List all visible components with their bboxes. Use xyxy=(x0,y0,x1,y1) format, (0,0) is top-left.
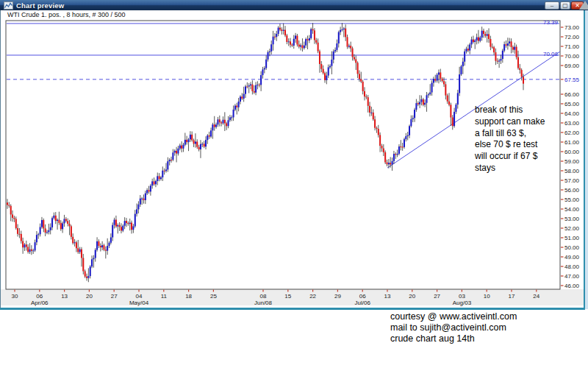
annotation-line: break of this xyxy=(475,105,523,115)
y-tick-label: 52.00 xyxy=(564,225,580,232)
y-tick-label: 65.00 xyxy=(564,101,580,107)
footer-line: crude chart aug 14th xyxy=(390,333,517,344)
y-tick-label: 47.00 xyxy=(564,273,580,280)
x-tick-label: 17 xyxy=(509,293,515,300)
x-month-label: May/04 xyxy=(129,300,149,306)
window-border-bottom xyxy=(0,308,585,310)
y-tick-label: 58.00 xyxy=(564,168,580,174)
y-tick-label: 48.00 xyxy=(564,263,580,270)
x-month-label: Apr/06 xyxy=(31,300,49,306)
x-tick-label: 13 xyxy=(61,293,68,300)
y-tick-label: 62.00 xyxy=(564,130,580,136)
y-tick-label: 60.00 xyxy=(564,149,580,155)
x-tick-label: 27 xyxy=(434,293,440,300)
maximize-button[interactable]: ▢ xyxy=(560,1,570,10)
x-tick-label: 22 xyxy=(309,293,316,300)
y-tick-label: 72.00 xyxy=(564,34,580,40)
courtesy-footer: courtesy @ www.activeintl.commail to suj… xyxy=(390,311,517,344)
x-tick-label: 25 xyxy=(210,293,217,300)
candlestick-chart-canvas: 73.3970.0873.0072.0071.0070.0069.0066.00… xyxy=(0,0,588,348)
level-label: 73.39 xyxy=(543,19,559,26)
window-title: Chart preview xyxy=(16,1,64,10)
y-tick-label: 64.00 xyxy=(564,110,580,117)
y-tick-label: 54.00 xyxy=(564,206,580,213)
x-tick-label: 30 xyxy=(12,293,18,300)
x-tick-label: 15 xyxy=(284,293,291,300)
window-border-right-outer xyxy=(585,10,588,309)
title-bar[interactable]: Chart preview – ▢ ✕ xyxy=(0,0,588,10)
x-tick-label: 11 xyxy=(161,293,168,300)
x-tick-label: 29 xyxy=(334,293,341,300)
annotation-line: will occur if 67 $ xyxy=(474,151,538,161)
x-tick-label: 27 xyxy=(111,293,118,300)
y-tick-label: 66.00 xyxy=(564,91,580,98)
annotation-line: support can make xyxy=(475,116,545,127)
y-tick-label: 57.00 xyxy=(564,177,580,184)
minimize-button[interactable]: – xyxy=(545,1,559,10)
x-month-label: Jun/08 xyxy=(254,300,273,306)
y-tick-label: 69.00 xyxy=(564,63,580,69)
warning-triangle-icon xyxy=(579,1,588,10)
x-tick-label: 10 xyxy=(484,293,490,300)
x-tick-label: 06 xyxy=(36,293,43,300)
x-tick-label: 03 xyxy=(459,293,465,300)
chart-preview-icon xyxy=(4,1,13,10)
y-tick-label: 63.00 xyxy=(564,120,580,127)
y-tick-label: 49.00 xyxy=(564,254,580,261)
y-tick-label: 73.00 xyxy=(564,24,580,31)
x-tick-label: 13 xyxy=(384,293,391,300)
y-tick-label: 51.00 xyxy=(564,235,580,241)
x-tick-label: 24 xyxy=(533,293,539,300)
x-tick-label: 04 xyxy=(136,293,143,300)
annotation-line: stays xyxy=(475,163,495,173)
window-border-left xyxy=(0,10,1,309)
x-tick-label: 08 xyxy=(260,293,267,300)
y-tick-label: 56.00 xyxy=(564,187,580,194)
y-tick-label-special: 67.55 xyxy=(564,77,580,83)
y-tick-label: 59.00 xyxy=(564,158,580,165)
annotation-line: else 70 $ re test xyxy=(475,139,538,149)
y-tick-label: 53.00 xyxy=(564,216,580,222)
y-tick-label: 50.00 xyxy=(564,244,580,251)
footer-line: courtesy @ www.activeintl.com xyxy=(390,311,517,322)
y-tick-label: 55.00 xyxy=(564,197,580,203)
x-month-label: Jul/06 xyxy=(355,300,371,306)
y-tick-label: 71.00 xyxy=(564,43,580,50)
y-tick-label: 46.00 xyxy=(564,283,580,289)
footer-line: mail to sujith@activeintl.com xyxy=(390,322,517,333)
x-tick-label: 20 xyxy=(86,293,93,300)
x-month-label: Aug/03 xyxy=(453,300,472,306)
y-tick-label: 61.00 xyxy=(564,139,580,146)
x-tick-label: 20 xyxy=(409,293,415,300)
chart-series-title: WTI Crude 1. pos. , 8 hours, # 300 / 500 xyxy=(7,11,126,18)
annotation-line: a fall till 63 $, xyxy=(475,128,526,138)
x-tick-label: 06 xyxy=(359,293,366,300)
y-tick-label: 70.00 xyxy=(564,53,580,60)
x-tick-label: 18 xyxy=(185,293,192,300)
